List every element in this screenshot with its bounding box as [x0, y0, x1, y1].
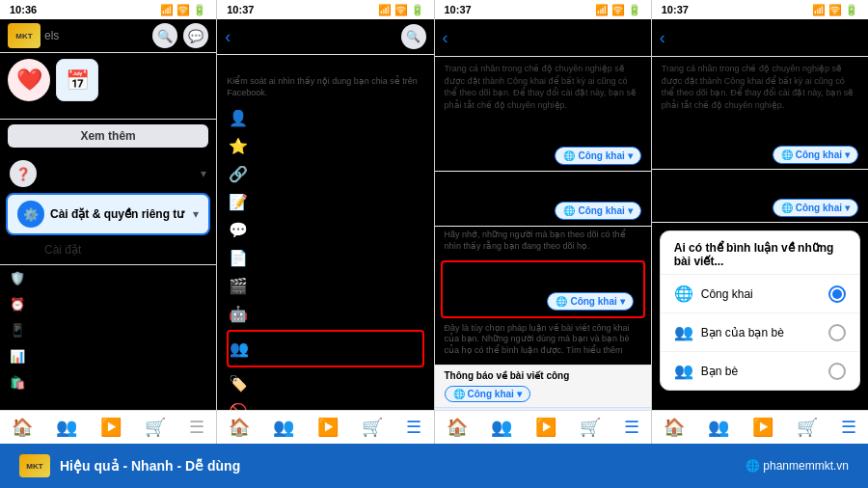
dropdown-option-congkhai[interactable]: 🌐 Công khai [661, 275, 859, 313]
nav-video[interactable]: ▶️ [100, 417, 122, 438]
dondat-label: Đơn đặt hàng và thanh toán [33, 376, 166, 389]
nav-home[interactable]: 🏠 [12, 417, 33, 438]
section-hoatdong[interactable]: 📊 Hoạt động gần đây với quảng cáo [0, 343, 216, 369]
p3-item3-value: Công khai [570, 296, 616, 307]
story-sukien[interactable]: 📅 Sự kiện [56, 59, 98, 113]
p4-item1-value-area: 🌐 Công khai ▾ [662, 146, 858, 164]
p2-row-chan[interactable]: 🚫 Chặn [227, 397, 423, 410]
p4-content: Trang cá nhân trong chế độ chuyên nghiệp… [652, 57, 868, 410]
p2-row-baiviet[interactable]: 📝 Bài viết [227, 188, 423, 216]
p2-label-trangecanhan: Trang cá nhân và gắn thẻ [256, 377, 378, 390]
nav-shop[interactable]: 🛒 [145, 417, 166, 438]
p3-item-xemnguoi: Ai có thể xem người theo dõi trong dòng … [435, 117, 651, 172]
p3-header: ‹ Người theo dõi và nội dung công khai [435, 19, 651, 57]
p1-search-icon[interactable]: 🔍 [152, 23, 177, 48]
p2-nav-menu[interactable]: ☰ [406, 417, 421, 438]
xem-them-button[interactable]: Xem thêm [8, 124, 208, 148]
p4-nav-video[interactable]: ▶️ [752, 417, 773, 438]
p2-nav-video[interactable]: ▶️ [317, 417, 339, 438]
p2-row-trangecanhan[interactable]: 🏷️ Trang cá nhân và gắn thẻ [227, 369, 423, 397]
section-thoigian[interactable]: ⏰ Thời gian bạn ở trên Facebook [0, 291, 216, 317]
radio-inner-1 [832, 289, 842, 299]
p4-item2-badge[interactable]: 🌐 Công khai ▾ [773, 199, 858, 217]
dropdown-friends-icon-2: 👥 [674, 362, 693, 380]
p4-item2-label: Ai có thể nhìn thấy những người, Trang v… [662, 175, 858, 196]
p2-search-icon[interactable]: 🔍 [401, 24, 426, 49]
p4-nav-shop[interactable]: 🛒 [797, 417, 818, 438]
p3-nav-group[interactable]: 👥 [491, 417, 512, 438]
p3-nav-menu[interactable]: ☰ [624, 417, 639, 438]
nav-menu[interactable]: ☰ [189, 417, 204, 438]
dropdown-option-3-left: 👥 Bạn bè [674, 362, 738, 380]
menu-item-trogiup[interactable]: ❓ Trợ giúp & hỗ trợ ▾ [0, 154, 216, 193]
p3-nav-shop[interactable]: 🛒 [580, 417, 601, 438]
p2-row-trang[interactable]: 📄 Trang [227, 244, 423, 272]
p4-item1-label: Ai có thể xem người theo dõi trong dòng … [662, 122, 858, 143]
p2-back-arrow[interactable]: ‹ [225, 27, 231, 47]
p3-nav-video[interactable]: ▶️ [535, 417, 556, 438]
menu-item-caidat-selected[interactable]: ⚙️ Cài đặt & quyền riêng tư ▾ [6, 193, 210, 235]
p1-els: els [44, 29, 59, 42]
p4-time: 10:37 [662, 4, 689, 15]
thoigian-label: Thời gian bạn ở trên Facebook [33, 298, 179, 311]
p3-thongbao-badge[interactable]: 🌐 Công khai ▾ [445, 386, 530, 402]
p3-item2-badge[interactable]: 🌐 Công khai ▾ [555, 202, 640, 220]
p2-row-chedocn[interactable]: ⭐ Chế độ chuyên nghiệp [227, 132, 423, 160]
p3-bottom-nav: 🏠 👥 ▶️ 🛒 ☰ [435, 410, 651, 444]
chevron-down-icon-3: ▾ [620, 296, 625, 307]
p1-status-icons: 📶 🛜 🔋 [160, 4, 206, 16]
dropdown-option-banbecuaban[interactable]: 👥 Bạn của bạn bè [661, 313, 859, 352]
p4-nav-menu[interactable]: ☰ [841, 417, 856, 438]
p2-row-tin[interactable]: 💬 Tin [227, 216, 423, 244]
nav-group[interactable]: 👥 [56, 417, 77, 438]
p2-header: ‹ Cài đặt & quyền riêng tư 🔍 [217, 19, 433, 55]
hoatdong-label: Hoạt động gần đây với quảng cáo [33, 350, 196, 363]
p4-dropdown: Ai có thể bình luận về những bài viết...… [660, 230, 860, 391]
p3-item1-badge[interactable]: 🌐 Công khai ▾ [555, 147, 640, 165]
p3-back-arrow[interactable]: ‹ [443, 28, 448, 48]
radio-selected-1 [828, 285, 846, 303]
section-yeucau[interactable]: 📱 Yêu cầu từ thiết bị [0, 317, 216, 343]
banner-text: Hiệu quả - Nhanh - Dễ dùng [60, 458, 240, 474]
story-henhoo[interactable]: ❤️ Hẹn hò [8, 59, 50, 113]
p2-row-nguoitheodoi[interactable]: 👥 Người theo dõi và nội dung công khai [227, 330, 423, 367]
p2-row-thongtin[interactable]: 👤 Thông tin trên trang cá nhân [227, 104, 423, 132]
dropdown-friends-icon-1: 👥 [674, 323, 693, 341]
p2-row-avatar[interactable]: 🤖 Avatar [227, 300, 423, 328]
p2-nav-group[interactable]: 👥 [273, 417, 294, 438]
dropdown-option-banbe[interactable]: 👥 Bạn bè [661, 352, 859, 390]
banner-domain: 🌐 phanmemmkt.vn [746, 459, 849, 473]
wifi-icon: 🛜 [176, 4, 190, 16]
bottom-banner: MKT Hiệu quả - Nhanh - Dễ dùng 🌐 phanmem… [0, 444, 868, 488]
p4-item2-value-area: 🌐 Công khai ▾ [662, 199, 858, 217]
menu-submenu-caidat[interactable]: Cài đặt [0, 235, 216, 262]
p2-title: Cài đặt & quyền riêng tư [243, 30, 389, 44]
p2-nav-home[interactable]: 🏠 [229, 417, 250, 438]
p2-label-baiviet: Bài viết [256, 196, 291, 208]
p3-nav-home[interactable]: 🏠 [447, 417, 468, 438]
p2-row-cachtim[interactable]: 🔗 Cách tìm và liên hệ với bạn [227, 160, 423, 188]
p2-row-reels[interactable]: 🎬 Reels [227, 272, 423, 300]
p3-item3-badge[interactable]: 🌐 Công khai ▾ [547, 292, 633, 311]
p2-nav-shop[interactable]: 🛒 [362, 417, 383, 438]
radio-empty-3 [828, 363, 846, 380]
section-dondat[interactable]: 🛍️ Đơn đặt hàng và thanh toán [0, 369, 216, 395]
p4-nav-group[interactable]: 👥 [708, 417, 729, 438]
p2-label-tin: Tin [256, 225, 270, 236]
p4-item1-badge[interactable]: 🌐 Công khai ▾ [773, 146, 858, 164]
p2-icon-thongtin: 👤 [227, 109, 250, 127]
banner-mkt-logo: MKT [19, 454, 50, 477]
chevron-down-icon-1: ▾ [628, 150, 633, 161]
chevron-down-icon-2: ▾ [628, 205, 633, 216]
p1-messenger-icon[interactable]: 💬 [183, 23, 208, 48]
p3-desc: Trang cá nhân trong chế độ chuyên nghiệp… [435, 57, 651, 117]
p4-chevron-1: ▾ [845, 149, 850, 160]
section-trungtam[interactable]: 🛡️ Trung tâm quyền riêng tư [0, 265, 216, 291]
panel-2: 10:37 📶 🛜 🔋 ‹ Cài đặt & quyền riêng tư 🔍… [217, 0, 434, 444]
p1-stories: ❤️ Hẹn hò 📅 Sự kiện [0, 53, 216, 120]
p4-back-arrow[interactable]: ‹ [660, 28, 665, 48]
p4-item2: Ai có thể nhìn thấy những người, Trang v… [652, 170, 868, 223]
p4-nav-home[interactable]: 🏠 [664, 417, 685, 438]
p3-item1-value: Công khai [578, 150, 624, 161]
trogiup-icon: ❓ [10, 160, 37, 187]
